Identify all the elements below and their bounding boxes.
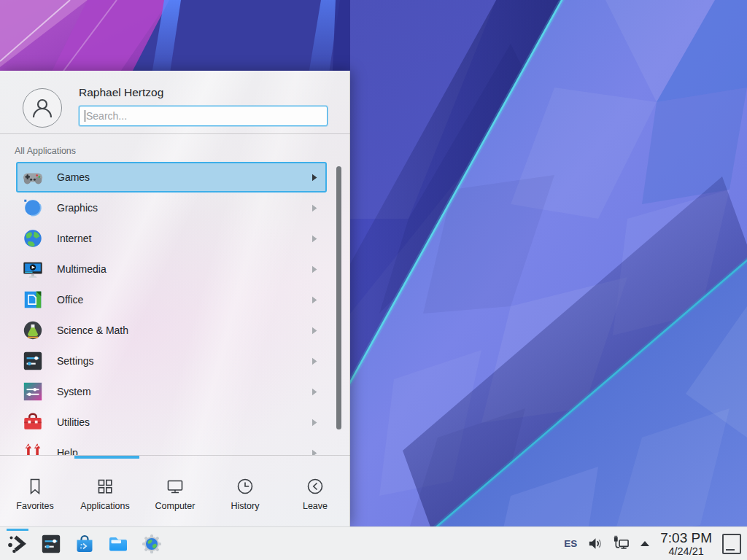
show-desktop-button[interactable] [722,534,741,554]
category-multimedia[interactable]: Multimedia [16,254,327,284]
category-label: Settings [57,355,311,367]
category-label: Multimedia [57,263,311,275]
chevron-right-icon [311,265,317,273]
category-label: Internet [57,233,311,244]
search-field[interactable] [79,106,328,126]
category-label: Help [57,447,311,455]
chevron-right-icon [311,449,317,456]
system-settings-icon [40,533,62,555]
chevron-right-icon [311,388,317,396]
search-input[interactable] [80,106,327,125]
application-launcher-button[interactable] [7,533,28,555]
section-label: All Applications [15,146,76,156]
clock-date: 4/24/21 [668,546,703,557]
desktop: Raphael Hertzog All Applications [0,0,747,560]
launcher-header: Raphael Hertzog [0,71,350,133]
user-avatar[interactable] [23,88,62,128]
tab-leave[interactable]: Leave [280,459,350,526]
category-office[interactable]: Office [16,284,327,315]
gamepad-icon [21,166,44,189]
user-name: Raphael Hertzog [79,86,163,99]
scrollbar[interactable] [336,166,341,429]
tab-history[interactable]: History [210,459,280,526]
category-label: Graphics [57,202,311,214]
category-help[interactable]: Help [16,438,327,455]
taskbar-panel: ES 7:03 PM 4/24/21 [0,526,747,560]
chevron-right-icon [311,174,317,182]
paint-sphere-icon [21,196,44,219]
media-monitor-icon [21,257,44,281]
leave-icon [306,477,325,496]
folder-icon [107,532,129,556]
chevron-right-icon [311,419,317,427]
kde-kicker-icon [7,533,28,555]
category-label: Science & Math [57,324,311,336]
category-label: Office [57,294,311,306]
category-graphics[interactable]: Graphics [16,192,327,223]
category-label: System [57,386,311,397]
keyboard-layout-indicator[interactable]: ES [564,538,577,549]
discover-bag-icon [74,532,96,556]
tab-applications[interactable]: Applications [70,459,140,526]
header-separator [0,133,350,134]
category-label: Utilities [57,416,311,428]
text-caret [85,110,85,122]
clock-icon [236,477,255,496]
globe-icon [21,227,44,250]
system-tray: ES 7:03 PM 4/24/21 [564,531,747,557]
file-manager-button[interactable] [107,533,129,555]
category-system[interactable]: System [16,376,327,407]
tab-computer[interactable]: Computer [140,459,210,526]
category-internet[interactable]: Internet [16,223,327,254]
category-utilities[interactable]: Utilities [16,407,327,438]
digital-clock[interactable]: 7:03 PM 4/24/21 [660,531,712,557]
chevron-right-icon [311,296,317,304]
launcher-tabbar: Favorites Applications Computer [0,459,350,526]
volume-icon[interactable] [587,536,603,551]
category-games[interactable]: Games [16,162,327,192]
chevron-right-icon [311,204,317,212]
active-task-indicator [7,529,28,531]
chevron-right-icon [311,235,317,243]
computer-icon [166,477,185,496]
system-sliders-icon [21,380,44,403]
category-science-math[interactable]: Science & Math [16,315,327,346]
chevron-right-icon [311,327,317,335]
tab-favorites[interactable]: Favorites [0,459,70,526]
category-list: Games Graphics [0,162,350,455]
help-icon [21,441,44,455]
tabbar-separator [0,455,350,456]
clock-time: 7:03 PM [660,531,712,545]
globe-gear-icon [141,533,163,555]
sliders-icon [21,349,44,373]
discover-button[interactable] [74,533,96,555]
grid-icon [96,477,115,496]
chevron-right-icon [311,357,317,365]
web-settings-button[interactable] [141,533,163,555]
category-label: Games [57,171,311,183]
toolbox-icon [21,411,44,434]
system-settings-button[interactable] [40,533,62,555]
bookmark-icon [26,477,44,496]
taskbar-launchers [0,533,163,555]
document-icon [21,288,44,311]
category-settings[interactable]: Settings [16,346,327,376]
flask-icon [21,319,44,342]
wired-network-icon[interactable] [613,535,630,552]
expand-tray-arrow-icon[interactable] [640,540,650,547]
user-icon [30,96,55,120]
application-launcher-menu: Raphael Hertzog All Applications [0,71,350,526]
